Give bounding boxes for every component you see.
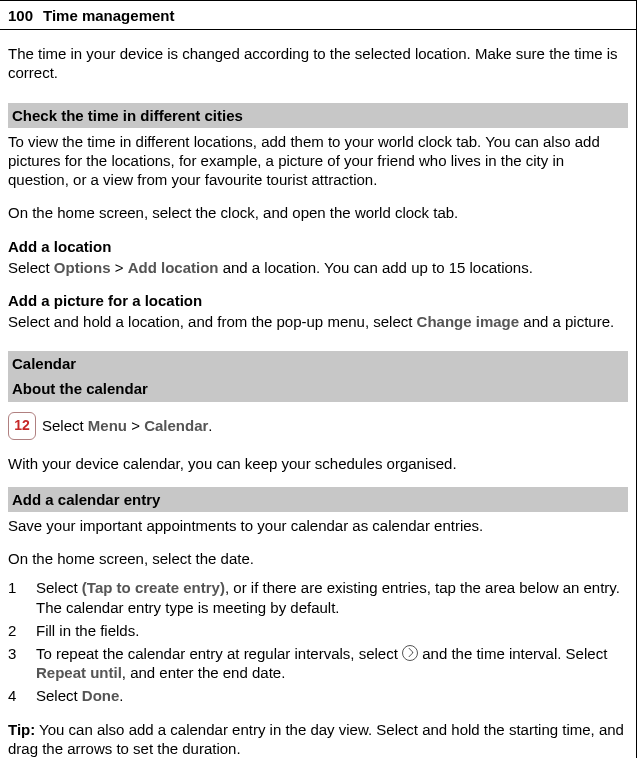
text-fragment: .: [119, 687, 123, 704]
add-picture-text: Select and hold a location, and from the…: [8, 312, 628, 331]
ui-label-done: Done: [82, 687, 120, 704]
section-calendar: Calendar: [8, 351, 628, 376]
entry-steps: Select (Tap to create entry), or if ther…: [8, 578, 628, 705]
step-2: Fill in the fields.: [8, 621, 628, 640]
text-fragment: and a picture.: [519, 313, 614, 330]
ui-label-tap-create: (Tap to create entry): [82, 579, 225, 596]
text-fragment: , and enter the end date.: [122, 664, 285, 681]
text-fragment: Select: [36, 687, 82, 704]
text-fragment: Select: [42, 417, 88, 434]
text-fragment: and the time interval. Select: [418, 645, 607, 662]
ui-label-change-image: Change image: [417, 313, 520, 330]
calendar-launch-text: Select Menu > Calendar.: [42, 416, 213, 435]
add-location-text: Select Options > Add location and a loca…: [8, 258, 628, 277]
tip-text: You can also add a calendar entry in the…: [8, 721, 624, 757]
section-about-calendar: About the calendar: [8, 376, 628, 401]
check-cities-p2: On the home screen, select the clock, an…: [8, 203, 628, 222]
tip-label: Tip:: [8, 721, 35, 738]
page-header: 100 Time management: [0, 1, 636, 30]
ui-label-calendar: Calendar: [144, 417, 208, 434]
ui-label-menu: Menu: [88, 417, 127, 434]
add-location-heading: Add a location: [8, 237, 628, 256]
text-fragment: >: [111, 259, 128, 276]
text-fragment: .: [208, 417, 212, 434]
calendar-launch-row: 12 Select Menu > Calendar.: [8, 412, 628, 440]
section-check-cities: Check the time in different cities: [8, 103, 628, 128]
ui-label-add-location: Add location: [128, 259, 219, 276]
intro-paragraph: The time in your device is changed accor…: [8, 44, 628, 82]
step-1: Select (Tap to create entry), or if ther…: [8, 578, 628, 616]
text-fragment: Select and hold a location, and from the…: [8, 313, 417, 330]
repeat-icon: [402, 645, 418, 661]
section-add-entry: Add a calendar entry: [8, 487, 628, 512]
step-3: To repeat the calendar entry at regular …: [8, 644, 628, 682]
ui-label-repeat-until: Repeat until: [36, 664, 122, 681]
step-4: Select Done.: [8, 686, 628, 705]
entry-p1: Save your important appointments to your…: [8, 516, 628, 535]
entry-p2: On the home screen, select the date.: [8, 549, 628, 568]
text-fragment: Select: [36, 579, 82, 596]
text-fragment: To repeat the calendar entry at regular …: [36, 645, 402, 662]
check-cities-p1: To view the time in different locations,…: [8, 132, 628, 190]
text-fragment: and a location. You can add up to 15 loc…: [218, 259, 532, 276]
calendar-icon: 12: [8, 412, 36, 440]
page-number: 100: [8, 6, 33, 25]
calendar-icon-text: 12: [14, 417, 30, 435]
text-fragment: >: [127, 417, 144, 434]
entry-tip: Tip: You can also add a calendar entry i…: [8, 720, 628, 758]
chapter-title: Time management: [43, 6, 174, 25]
add-picture-heading: Add a picture for a location: [8, 291, 628, 310]
ui-label-options: Options: [54, 259, 111, 276]
text-fragment: Select: [8, 259, 54, 276]
calendar-description: With your device calendar, you can keep …: [8, 454, 628, 473]
